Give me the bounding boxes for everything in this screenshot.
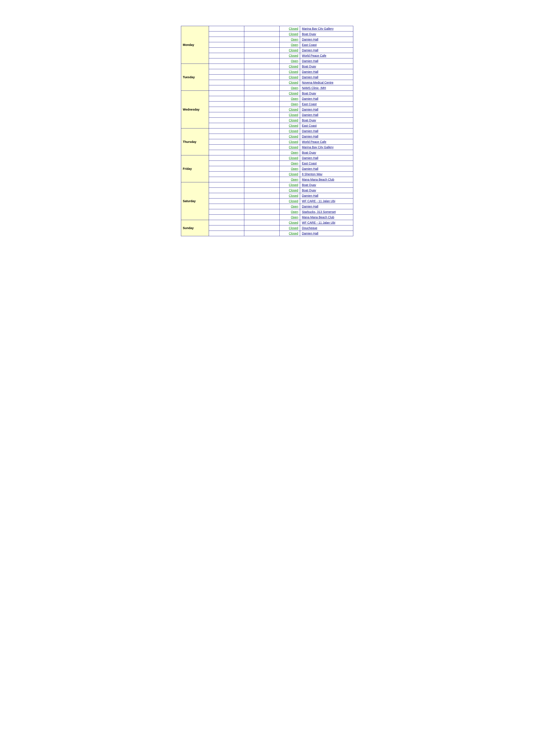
location-cell[interactable]: World Peace Cafe [300, 53, 353, 58]
location-cell[interactable]: Marina Bay City Gallery [300, 26, 353, 32]
status-cell[interactable]: Open [279, 37, 300, 42]
location-cell[interactable]: Boat Quay [300, 188, 353, 193]
location-link[interactable]: NAMS Clinic, IMH [302, 86, 326, 90]
status-link[interactable]: Open [291, 59, 298, 63]
location-cell[interactable]: WF CARE - 11 Jalan Ubi [300, 220, 353, 226]
status-cell[interactable]: Closed [279, 69, 300, 74]
location-link[interactable]: Boat Quay [302, 183, 316, 187]
location-link[interactable]: Marina Bay City Gallery [302, 146, 333, 149]
location-link[interactable]: Damien Hall [302, 156, 318, 160]
location-link[interactable]: Damien Hall [302, 135, 318, 138]
status-cell[interactable]: Open [279, 58, 300, 64]
status-link[interactable]: Closed [289, 221, 298, 224]
location-cell[interactable]: Marina Bay City Gallery [300, 145, 353, 150]
status-cell[interactable]: Closed [279, 53, 300, 58]
status-cell[interactable]: Closed [279, 91, 300, 96]
status-link[interactable]: Closed [289, 226, 298, 230]
status-cell[interactable]: Open [279, 150, 300, 155]
status-link[interactable]: Open [291, 102, 298, 106]
status-link[interactable]: Closed [289, 48, 298, 52]
status-link[interactable]: Open [291, 43, 298, 46]
status-cell[interactable]: Closed [279, 64, 300, 69]
status-cell[interactable]: Open [279, 204, 300, 209]
status-cell[interactable]: Open [279, 166, 300, 172]
location-link[interactable]: Damien Hall [302, 205, 318, 208]
status-cell[interactable]: Closed [279, 182, 300, 188]
status-link[interactable]: Closed [289, 135, 298, 138]
status-cell[interactable]: Closed [279, 172, 300, 177]
status-link[interactable]: Closed [289, 183, 298, 187]
status-link[interactable]: Closed [289, 156, 298, 160]
location-link[interactable]: Marina Bay City Gallery [302, 27, 333, 30]
location-link[interactable]: Novena Medical Centre [302, 81, 333, 84]
location-cell[interactable]: Novena Medical Centre [300, 80, 353, 85]
location-cell[interactable]: Boat Quay [300, 182, 353, 188]
location-link[interactable]: Damien Hall [302, 70, 318, 73]
status-cell[interactable]: Closed [279, 112, 300, 118]
status-cell[interactable]: Closed [279, 74, 300, 80]
status-cell[interactable]: Closed [279, 139, 300, 145]
location-link[interactable]: Damien Hall [302, 97, 318, 100]
status-link[interactable]: Closed [289, 146, 298, 149]
location-link[interactable]: WF CARE - 11 Jalan Ubi [302, 221, 335, 224]
status-link[interactable]: Open [291, 210, 298, 214]
location-cell[interactable]: Damien Hall [300, 37, 353, 42]
status-link[interactable]: Open [291, 167, 298, 171]
status-link[interactable]: Closed [289, 189, 298, 192]
status-cell[interactable]: Closed [279, 80, 300, 85]
status-link[interactable]: Closed [289, 129, 298, 133]
status-cell[interactable]: Closed [279, 226, 300, 231]
location-link[interactable]: Damien Hall [302, 129, 318, 133]
status-cell[interactable]: Open [279, 209, 300, 215]
status-link[interactable]: Closed [289, 124, 298, 127]
status-cell[interactable]: Closed [279, 220, 300, 226]
location-link[interactable]: Mana Mana Beach Club [302, 178, 334, 181]
location-link[interactable]: Boat Quay [302, 92, 316, 95]
location-cell[interactable]: Damien Hall [300, 204, 353, 209]
status-cell[interactable]: Closed [279, 128, 300, 134]
location-cell[interactable]: NAMS Clinic, IMH [300, 85, 353, 91]
status-link[interactable]: Closed [289, 108, 298, 111]
location-link[interactable]: Boat Quay [302, 151, 316, 154]
status-link[interactable]: Closed [289, 32, 298, 36]
location-link[interactable]: East Coast [302, 102, 317, 106]
location-cell[interactable]: Damien Hall [300, 48, 353, 53]
status-link[interactable]: Closed [289, 27, 298, 30]
location-link[interactable]: World Peace Cafe [302, 54, 326, 57]
location-link[interactable]: 8 Shenton Way [302, 173, 322, 176]
location-cell[interactable]: Mana Mana Beach Club [300, 177, 353, 182]
location-cell[interactable]: East Coast [300, 101, 353, 107]
location-cell[interactable]: World Peace Cafe [300, 139, 353, 145]
status-link[interactable]: Closed [289, 232, 298, 235]
location-cell[interactable]: WF CARE - 11 Jalan Ubi [300, 199, 353, 204]
location-cell[interactable]: Boat Quay [300, 91, 353, 96]
location-cell[interactable]: Boat Quay [300, 32, 353, 37]
location-cell[interactable]: Damien Hall [300, 166, 353, 172]
status-cell[interactable]: Open [279, 101, 300, 107]
location-link[interactable]: Damien Hall [302, 75, 318, 79]
location-link[interactable]: Damien Hall [302, 113, 318, 117]
location-cell[interactable]: Damien Hall [300, 128, 353, 134]
status-cell[interactable]: Closed [279, 107, 300, 112]
location-cell[interactable]: Damien Hall [300, 69, 353, 74]
location-cell[interactable]: Boat Quay [300, 118, 353, 123]
status-link[interactable]: Open [291, 151, 298, 154]
location-link[interactable]: Damien Hall [302, 194, 318, 198]
status-link[interactable]: Open [291, 97, 298, 100]
location-cell[interactable]: Damien Hall [300, 96, 353, 101]
location-cell[interactable]: 8 Shenton Way [300, 172, 353, 177]
location-cell[interactable]: Boat Quay [300, 64, 353, 69]
status-cell[interactable]: Closed [279, 118, 300, 123]
location-cell[interactable]: Starbucks, 313 Somerset [300, 209, 353, 215]
location-link[interactable]: Doucheque [302, 226, 317, 230]
location-cell[interactable]: East Coast [300, 161, 353, 166]
status-link[interactable]: Closed [289, 54, 298, 57]
location-cell[interactable]: East Coast [300, 123, 353, 128]
status-cell[interactable]: Open [279, 85, 300, 91]
status-link[interactable]: Closed [289, 119, 298, 122]
location-link[interactable]: Damien Hall [302, 232, 318, 235]
location-cell[interactable]: Doucheque [300, 226, 353, 231]
status-link[interactable]: Closed [289, 65, 298, 68]
location-link[interactable]: Mana Mana Beach Club [302, 216, 334, 219]
location-link[interactable]: Damien Hall [302, 48, 318, 52]
